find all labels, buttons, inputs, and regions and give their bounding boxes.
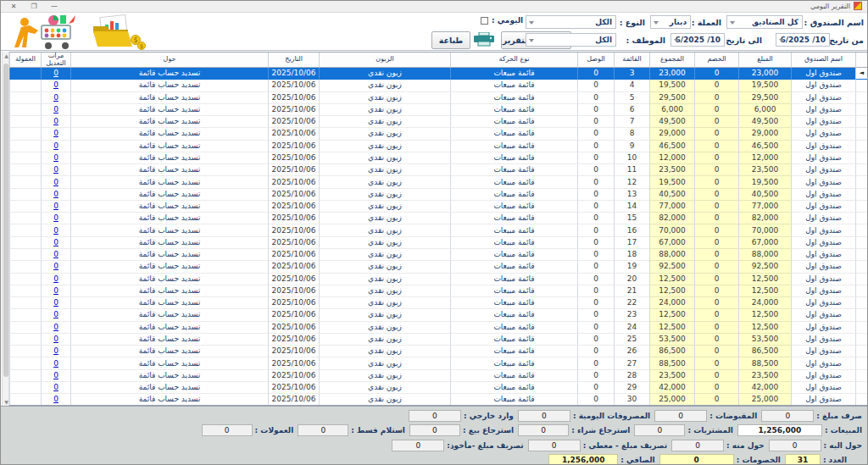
employee-select[interactable]: الكل <box>526 33 616 47</box>
table-row[interactable]: صندوق اول70,000070,000160قائمة مبيعاتزبو… <box>9 224 867 236</box>
edit-count-link[interactable]: 0 <box>53 69 58 77</box>
summary-field[interactable]: 0 <box>528 440 581 451</box>
summary-field[interactable]: 0 <box>761 410 814 422</box>
table-row[interactable]: صندوق اول77,000077,000140قائمة مبيعاتزبو… <box>9 201 867 213</box>
edit-count-link[interactable]: 0 <box>53 130 58 137</box>
table-row[interactable]: صندوق اول40,500040,500130قائمة مبيعاتزبو… <box>9 189 867 201</box>
summary-field[interactable]: 0 <box>634 424 685 436</box>
edit-count-link[interactable]: 0 <box>53 372 58 379</box>
summary-field[interactable]: 0 <box>409 424 460 436</box>
to-date-picker[interactable]: 10/ 6/2025 <box>670 33 725 47</box>
from-date-picker[interactable]: 10/ 6/2025 <box>776 33 830 47</box>
edit-count-link[interactable]: 0 <box>53 360 58 368</box>
column-header[interactable]: العمولة <box>9 53 41 68</box>
column-header[interactable]: الزبون <box>319 53 450 68</box>
table-row[interactable]: صندوق اول42,000042,000290قائمة مبيعاتزبو… <box>9 382 867 394</box>
edit-count-link[interactable]: 0 <box>53 251 58 258</box>
column-header[interactable]: التاريخ <box>268 53 319 68</box>
summary-field[interactable]: 1,256,000 <box>548 454 618 465</box>
close-button[interactable]: ✕ <box>4 1 23 12</box>
edit-count-link[interactable]: 0 <box>53 311 58 318</box>
edit-count-link[interactable]: 0 <box>53 227 58 235</box>
table-row[interactable]: صندوق اول49,500049,50070قائمة مبيعاتزبون… <box>9 116 867 128</box>
edit-count-link[interactable]: 0 <box>53 335 58 343</box>
edit-count-link[interactable]: 0 <box>53 214 58 222</box>
edit-count-link[interactable]: 0 <box>53 239 58 246</box>
edit-count-link[interactable]: 0 <box>53 275 58 283</box>
summary-field[interactable]: 0 <box>298 424 348 436</box>
edit-count-link[interactable]: 0 <box>53 191 58 198</box>
column-header[interactable]: اسم الصندوق <box>791 53 855 68</box>
table-row[interactable]: صندوق اول29,500029,50050قائمة مبيعاتزبون… <box>9 92 867 104</box>
column-header[interactable]: المجموع <box>649 53 694 68</box>
table-row[interactable]: صندوق اول12,500012,500230قائمة مبيعاتزبو… <box>9 309 867 321</box>
table-row[interactable]: صندوق اول29,000029,00080قائمة مبيعاتزبون… <box>9 128 867 140</box>
summary-field[interactable]: 0 <box>518 424 569 436</box>
column-header[interactable]: المبلغ <box>738 53 791 68</box>
column-header[interactable]: نوع الحركة <box>450 53 577 68</box>
restore-button[interactable]: ❐ <box>25 1 43 12</box>
table-row[interactable]: صندوق اول12,000012,000100قائمة مبيعاتزبو… <box>9 152 867 164</box>
minimize-button[interactable]: — <box>45 1 64 12</box>
printer-icon[interactable] <box>472 32 496 47</box>
edit-count-link[interactable]: 0 <box>53 347 58 355</box>
edit-count-link[interactable]: 0 <box>53 396 58 403</box>
table-row[interactable]: صندوق اول92,500092,500190قائمة مبيعاتزبو… <box>9 261 867 273</box>
summary-field[interactable]: 0 <box>654 410 707 422</box>
type-select[interactable]: الكل <box>526 15 616 29</box>
table-row[interactable]: صندوق اول23,500023,500110قائمة مبيعاتزبو… <box>9 164 867 176</box>
summary-field[interactable]: 0 <box>659 454 734 465</box>
summary-field[interactable]: 0 <box>409 410 461 422</box>
edit-count-link[interactable]: 0 <box>53 324 58 331</box>
edit-count-link[interactable]: 0 <box>53 384 58 391</box>
edit-count-link[interactable]: 0 <box>53 166 58 174</box>
summary-field[interactable]: 1,256,000 <box>737 424 822 436</box>
edit-count-link[interactable]: 0 <box>53 263 58 270</box>
table-row[interactable]: صندوق اول53,500053,500250قائمة مبيعاتزبو… <box>9 334 867 346</box>
currency-select[interactable]: دينار <box>650 15 691 29</box>
edit-count-link[interactable]: 0 <box>53 287 58 295</box>
table-row[interactable]: صندوق اول82,000082,000150قائمة مبيعاتزبو… <box>9 213 867 224</box>
table-row[interactable]: صندوق اول6,00006,00060قائمة مبيعاتزبون ن… <box>9 104 867 116</box>
summary-field[interactable]: 0 <box>202 424 253 436</box>
edit-count-link[interactable]: 0 <box>53 94 58 102</box>
table-row[interactable]: صندوق اول46,500046,50090قائمة مبيعاتزبون… <box>9 141 867 152</box>
row-marker-header[interactable] <box>855 53 867 68</box>
column-header[interactable]: الوصل <box>577 53 614 68</box>
fund-name-select[interactable]: كل الصناديق <box>726 15 803 29</box>
table-row[interactable]: ◄صندوق اول23,000023,00030قائمة مبيعاتزبو… <box>9 68 867 80</box>
edit-count-link[interactable]: 0 <box>53 202 58 210</box>
summary-field[interactable]: 31 <box>785 454 821 465</box>
table-row[interactable]: صندوق اول88,500088,500270قائمة مبيعاتزبو… <box>9 357 867 369</box>
checkbox-box[interactable] <box>481 17 488 25</box>
table-row[interactable]: صندوق اول67,000067,000170قائمة مبيعاتزبو… <box>9 237 867 249</box>
scroll-down-icon[interactable]: ▼ <box>3 399 10 405</box>
summary-field[interactable]: 0 <box>518 410 570 422</box>
column-header[interactable]: حول <box>70 53 268 68</box>
table-row[interactable]: صندوق اول12,500012,500210قائمة مبيعاتزبو… <box>9 285 867 297</box>
edit-count-link[interactable]: 0 <box>53 154 58 162</box>
column-header[interactable]: القائمة <box>614 53 649 68</box>
summary-field[interactable]: 0 <box>671 440 724 451</box>
table-row[interactable]: صندوق اول25,000025,000300قائمة مبيعاتزبو… <box>9 394 867 406</box>
edit-count-link[interactable]: 0 <box>53 142 58 150</box>
summary-field[interactable]: 0 <box>392 440 444 451</box>
column-header[interactable]: الخصم <box>694 53 738 68</box>
table-row[interactable]: صندوق اول19,500019,50040قائمة مبيعاتزبون… <box>9 80 867 91</box>
table-row[interactable]: صندوق اول24,000024,000220قائمة مبيعاتزبو… <box>9 297 867 309</box>
edit-count-link[interactable]: 0 <box>53 81 58 89</box>
column-header[interactable]: مرات التعديل <box>41 53 70 68</box>
table-row[interactable]: صندوق اول23,500023,500280قائمة مبيعاتزبو… <box>9 370 867 382</box>
table-row[interactable]: صندوق اول12,500012,500200قائمة مبيعاتزبو… <box>9 274 867 285</box>
table-row[interactable]: صندوق اول86,500086,500260قائمة مبيعاتزبو… <box>9 346 867 357</box>
summary-field[interactable]: 0 <box>769 440 821 451</box>
vertical-scrollbar[interactable]: ▲ ▼ <box>2 52 9 406</box>
print-button[interactable]: طباعة <box>431 31 470 49</box>
edit-count-link[interactable]: 0 <box>53 106 58 113</box>
table-row[interactable]: صندوق اول12,500012,500240قائمة مبيعاتزبو… <box>9 322 867 334</box>
edit-count-link[interactable]: 0 <box>53 299 58 307</box>
table-row[interactable]: صندوق اول19,500019,500120قائمة مبيعاتزبو… <box>9 176 867 188</box>
edit-count-link[interactable]: 0 <box>53 118 58 125</box>
scrollbar-thumb[interactable] <box>3 64 8 377</box>
scroll-up-icon[interactable]: ▲ <box>3 53 10 58</box>
